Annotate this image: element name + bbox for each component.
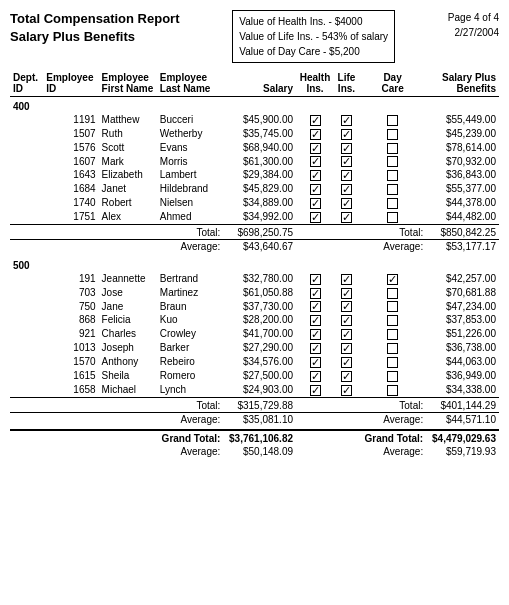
checkbox-checked (341, 343, 352, 354)
report-title: Total Compensation Report Salary Plus Be… (10, 10, 179, 46)
checkbox-checked (341, 170, 352, 181)
checkbox-checked (341, 385, 352, 396)
checkbox-checked (341, 371, 352, 382)
col-last-name: EmployeeLast Name (157, 71, 224, 97)
table-row: 1615SheilaRomero$27,500.00$36,949.00 (10, 369, 499, 383)
checkbox-checked (310, 371, 321, 382)
checkbox-checked (310, 129, 321, 140)
checkbox-unchecked (387, 170, 398, 181)
table-row: 1576ScottEvans$68,940.00$78,614.00 (10, 141, 499, 155)
table-row: 1751AlexAhmed$34,992.00$44,482.00 (10, 210, 499, 224)
checkbox-unchecked (387, 288, 398, 299)
checkbox-unchecked (387, 343, 398, 354)
checkbox-checked (310, 143, 321, 154)
checkbox-checked (341, 288, 352, 299)
checkbox-checked (310, 212, 321, 223)
col-salary: Salary (223, 71, 296, 97)
table-row: 703JoseMartinez$61,050.88$70,681.88 (10, 286, 499, 300)
checkbox-unchecked (387, 184, 398, 195)
checkbox-unchecked (387, 385, 398, 396)
report-header: Total Compensation Report Salary Plus Be… (10, 10, 499, 63)
checkbox-checked (310, 184, 321, 195)
checkbox-checked (387, 274, 398, 285)
average-row: Average:$35,081.10Average:$44,571.10 (10, 412, 499, 430)
checkbox-checked (341, 274, 352, 285)
table-row: 1013JosephBarker$27,290.00$36,738.00 (10, 341, 499, 355)
checkbox-checked (310, 170, 321, 181)
table-row: 1684JanetHildebrand$45,829.00$55,377.00 (10, 182, 499, 196)
checkbox-checked (341, 357, 352, 368)
table-row: 1643ElizabethLambert$29,384.00$36,843.00 (10, 168, 499, 182)
total-row: Total:$698,250.75Total:$850,842.25 (10, 224, 499, 239)
checkbox-checked (341, 198, 352, 209)
checkbox-checked (310, 198, 321, 209)
table-row: 1658MichaelLynch$24,903.00$34,338.00 (10, 383, 499, 397)
checkbox-checked (341, 143, 352, 154)
grand-avg-row: Average:$50,148.09Average:$59,719.93 (10, 445, 499, 459)
checkbox-checked (310, 357, 321, 368)
average-row: Average:$43,640.67Average:$53,177.17 (10, 239, 499, 256)
checkbox-checked (310, 156, 321, 167)
checkbox-checked (310, 288, 321, 299)
checkbox-checked (310, 343, 321, 354)
checkbox-unchecked (387, 357, 398, 368)
table-row: 750JaneBraun$37,730.00$47,234.00 (10, 300, 499, 314)
checkbox-checked (310, 385, 321, 396)
checkbox-unchecked (387, 198, 398, 209)
checkbox-unchecked (387, 129, 398, 140)
checkbox-checked (341, 315, 352, 326)
table-row: 1191MatthewBucceri$45,900.00$55,449.00 (10, 113, 499, 127)
checkbox-checked (310, 301, 321, 312)
checkbox-checked (310, 329, 321, 340)
checkbox-unchecked (387, 156, 398, 167)
table-row: 1507RuthWetherby$35,745.00$45,239.00 (10, 127, 499, 141)
report-table: Dept.ID EmployeeID EmployeeFirst Name Em… (10, 71, 499, 459)
checkbox-unchecked (387, 212, 398, 223)
checkbox-checked (341, 212, 352, 223)
column-headers: Dept.ID EmployeeID EmployeeFirst Name Em… (10, 71, 499, 97)
checkbox-unchecked (387, 115, 398, 126)
checkbox-unchecked (387, 143, 398, 154)
checkbox-checked (341, 115, 352, 126)
checkbox-checked (341, 329, 352, 340)
checkbox-unchecked (387, 371, 398, 382)
table-row: 1740RobertNielsen$34,889.00$44,378.00 (10, 196, 499, 210)
checkbox-unchecked (387, 315, 398, 326)
table-row: 1570AnthonyRebeiro$34,576.00$44,063.00 (10, 355, 499, 369)
grand-total-row: Grand Total:$3,761,106.82Grand Total:$4,… (10, 430, 499, 445)
checkbox-checked (341, 156, 352, 167)
col-employee-id: EmployeeID (43, 71, 98, 97)
checkbox-checked (341, 301, 352, 312)
dept-row-500: 500 (10, 256, 499, 272)
col-day: DayCare (359, 71, 426, 97)
checkbox-unchecked (387, 301, 398, 312)
dept-row-400: 400 (10, 97, 499, 114)
checkbox-checked (310, 315, 321, 326)
total-row: Total:$315,729.88Total:$401,144.29 (10, 397, 499, 412)
table-row: 921CharlesCrowley$41,700.00$51,226.00 (10, 327, 499, 341)
col-salary-plus: Salary PlusBenefits (426, 71, 499, 97)
value-info-box: Value of Health Ins. - $4000 Value of Li… (232, 10, 395, 63)
table-row: 191JeannetteBertrand$32,780.00$42,257.00 (10, 272, 499, 286)
checkbox-checked (310, 115, 321, 126)
checkbox-unchecked (387, 329, 398, 340)
col-health: HealthIns. (296, 71, 334, 97)
checkbox-checked (310, 274, 321, 285)
table-row: 868FeliciaKuo$28,200.00$37,853.00 (10, 313, 499, 327)
col-first-name: EmployeeFirst Name (99, 71, 157, 97)
page-info: Page 4 of 4 2/27/2004 (448, 10, 499, 40)
table-row: 1607MarkMorris$61,300.00$70,932.00 (10, 155, 499, 169)
col-life: LifeIns. (334, 71, 359, 97)
checkbox-checked (341, 184, 352, 195)
col-dept-id: Dept.ID (10, 71, 43, 97)
checkbox-checked (341, 129, 352, 140)
